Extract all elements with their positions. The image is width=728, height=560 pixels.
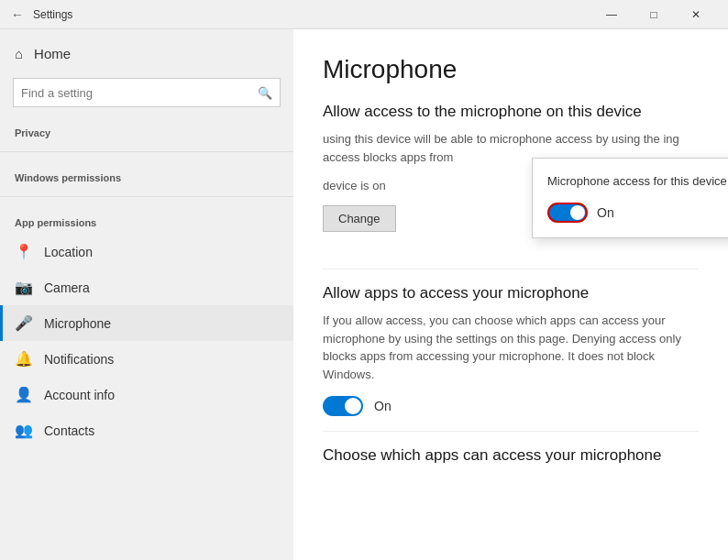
section2-heading: Allow apps to access your microphone bbox=[323, 284, 699, 302]
privacy-label: Privacy bbox=[0, 115, 293, 144]
app-permissions-label: App permissions bbox=[0, 204, 293, 234]
section-divider bbox=[323, 269, 699, 269]
sidebar-divider-1 bbox=[0, 151, 293, 152]
search-box[interactable]: 🔍 bbox=[13, 78, 281, 107]
tooltip-popup: Microphone access for this device On bbox=[532, 158, 728, 238]
sidebar-item-microphone[interactable]: 🎤 Microphone bbox=[0, 305, 293, 341]
sidebar-item-camera[interactable]: 📷 Camera bbox=[0, 269, 293, 305]
account-icon: 👤 bbox=[15, 386, 31, 403]
windows-permissions-label: Windows permissions bbox=[0, 159, 293, 189]
sidebar-home-item[interactable]: ⌂ Home bbox=[0, 37, 293, 71]
microphone-icon: 🎤 bbox=[15, 314, 31, 332]
sidebar-item-account-info[interactable]: 👤 Account info bbox=[0, 377, 293, 412]
location-icon: 📍 bbox=[15, 243, 31, 260]
sidebar-item-location[interactable]: 📍 Location bbox=[0, 234, 293, 269]
home-icon: ⌂ bbox=[15, 46, 23, 61]
sidebar-divider-2 bbox=[0, 196, 293, 197]
maximize-button[interactable]: □ bbox=[633, 0, 675, 29]
section2-text: If you allow access, you can choose whic… bbox=[323, 312, 699, 383]
title-bar-title: Settings bbox=[33, 8, 72, 21]
search-button[interactable]: 🔍 bbox=[258, 86, 272, 100]
sidebar: ⌂ Home 🔍 Privacy Windows permissions App… bbox=[0, 29, 293, 560]
section1-heading: Allow access to the microphone on this d… bbox=[323, 103, 699, 121]
title-bar: ← Settings — □ ✕ bbox=[0, 0, 728, 29]
tooltip-title: Microphone access for this device bbox=[547, 173, 728, 190]
apps-microphone-toggle[interactable] bbox=[323, 396, 363, 416]
section3-heading: Choose which apps can access your microp… bbox=[323, 446, 699, 465]
content-area: Microphone Allow access to the microphon… bbox=[293, 29, 728, 560]
apps-toggle-row: On bbox=[323, 396, 699, 416]
title-bar-left: ← Settings bbox=[11, 7, 590, 22]
sidebar-item-account-label: Account info bbox=[44, 388, 115, 402]
sidebar-item-microphone-label: Microphone bbox=[44, 316, 111, 331]
sidebar-item-notifications-label: Notifications bbox=[44, 352, 114, 367]
sidebar-item-camera-label: Camera bbox=[44, 280, 90, 295]
sidebar-home-label: Home bbox=[34, 46, 71, 61]
title-bar-controls: — □ ✕ bbox=[590, 0, 717, 29]
camera-icon: 📷 bbox=[15, 279, 31, 296]
sidebar-item-contacts[interactable]: 👥 Contacts bbox=[0, 412, 293, 448]
sidebar-item-location-label: Location bbox=[44, 245, 93, 259]
notifications-icon: 🔔 bbox=[15, 350, 31, 368]
close-button[interactable]: ✕ bbox=[675, 0, 717, 29]
tooltip-toggle-label: On bbox=[597, 205, 614, 220]
apps-toggle-label: On bbox=[374, 399, 392, 413]
sidebar-item-contacts-label: Contacts bbox=[44, 423, 94, 438]
change-button[interactable]: Change bbox=[323, 205, 396, 232]
title-bar-back-icon[interactable]: ← bbox=[11, 7, 24, 22]
minimize-button[interactable]: — bbox=[590, 0, 633, 29]
page-title: Microphone bbox=[323, 55, 699, 84]
tooltip-toggle-row: On bbox=[547, 203, 728, 223]
device-microphone-toggle[interactable] bbox=[547, 203, 588, 223]
search-input[interactable] bbox=[21, 86, 258, 100]
sidebar-item-notifications[interactable]: 🔔 Notifications bbox=[0, 341, 293, 377]
main-layout: ⌂ Home 🔍 Privacy Windows permissions App… bbox=[0, 29, 728, 560]
section-divider-2 bbox=[323, 431, 699, 432]
contacts-icon: 👥 bbox=[15, 422, 31, 439]
